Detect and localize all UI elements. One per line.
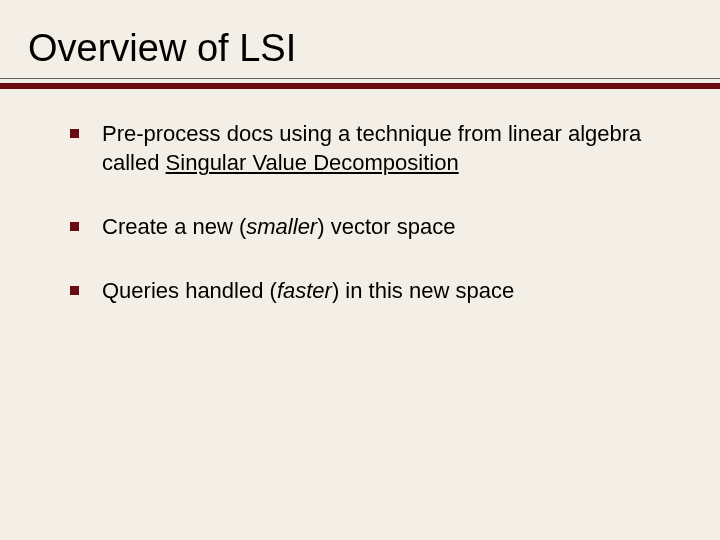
list-item: Create a new (smaller) vector space bbox=[70, 212, 650, 242]
bullet-text-underlined: Singular Value Decomposition bbox=[166, 150, 459, 175]
list-item: Queries handled (faster) in this new spa… bbox=[70, 276, 650, 306]
divider-thin bbox=[0, 78, 720, 79]
slide: Overview of LSI Pre-process docs using a… bbox=[0, 0, 720, 540]
bullet-square-icon bbox=[70, 286, 79, 295]
slide-title: Overview of LSI bbox=[28, 28, 692, 70]
bullet-text: Queries handled ( bbox=[102, 278, 277, 303]
bullet-square-icon bbox=[70, 129, 79, 138]
bullet-text: Create a new ( bbox=[102, 214, 246, 239]
bullet-text-italic: smaller bbox=[246, 214, 317, 239]
bullet-text: ) vector space bbox=[317, 214, 455, 239]
bullet-square-icon bbox=[70, 222, 79, 231]
bullet-list: Pre-process docs using a technique from … bbox=[70, 119, 650, 306]
bullet-text-italic: faster bbox=[277, 278, 332, 303]
title-area: Overview of LSI bbox=[0, 0, 720, 78]
bullet-text: ) in this new space bbox=[332, 278, 514, 303]
slide-body: Pre-process docs using a technique from … bbox=[0, 89, 720, 306]
list-item: Pre-process docs using a technique from … bbox=[70, 119, 650, 178]
